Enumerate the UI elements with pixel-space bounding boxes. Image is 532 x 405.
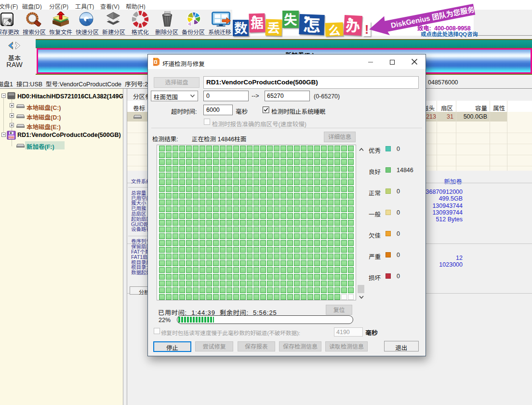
- svg-text:FDD: FDD: [9, 136, 14, 139]
